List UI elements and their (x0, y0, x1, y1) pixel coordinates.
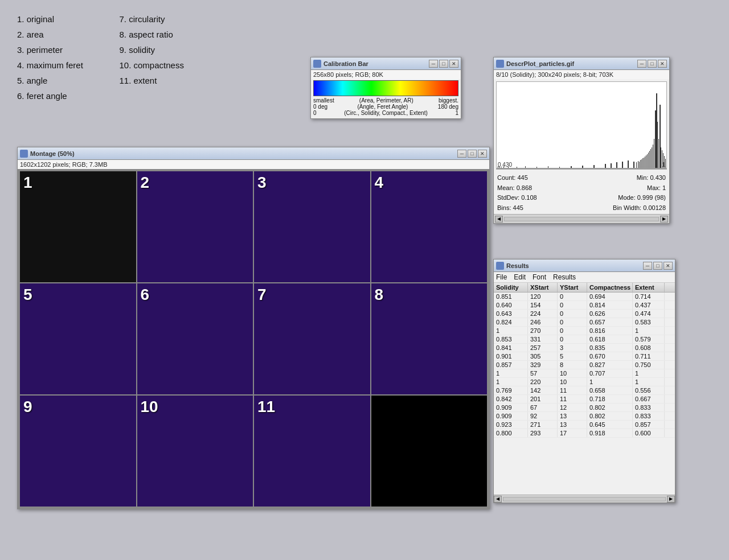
svg-rect-8 (536, 167, 537, 168)
svg-rect-15 (611, 163, 612, 168)
hscroll-right[interactable]: ▶ (667, 496, 675, 503)
descrplot-scrollbar[interactable]: ◀ ▶ (494, 214, 669, 223)
cell-canvas-9 (20, 396, 136, 507)
cell-num-7: 7 (257, 286, 267, 304)
stats-row-1: Count: 445 Min: 0.430 (497, 173, 666, 183)
menu-file[interactable]: File (496, 273, 507, 281)
table-cell: 0.718 (587, 395, 633, 403)
cell-canvas-2 (137, 171, 253, 282)
table-cell: 0 (558, 327, 587, 335)
table-row: 0.85333100.6180.579 (494, 335, 675, 344)
calib-area-peri: (Area, Perimeter, AR) (359, 97, 413, 104)
hscroll-track[interactable] (503, 497, 666, 501)
montage-cell-6: 6 (137, 283, 253, 394)
table-cell: 0.841 (494, 344, 528, 352)
table-cell: 12 (558, 403, 587, 411)
results-minimize[interactable]: ─ (643, 262, 652, 270)
table-cell: 0.802 (587, 412, 633, 420)
legend-col2: 7. circularity 8. aspect ratio 9. solidi… (120, 11, 184, 88)
table-row: 0.90992130.8020.833 (494, 412, 675, 421)
table-cell: 1 (494, 327, 528, 335)
cell-num-3: 3 (257, 174, 267, 192)
cell-canvas-8 (371, 283, 488, 394)
calib-rainbow (313, 80, 458, 96)
results-window: Results ─ □ ✕ File Edit Font Results Sol… (493, 259, 675, 503)
montage-cell-4: 4 (371, 171, 488, 282)
calib-titlebar[interactable]: Calibration Bar ─ □ ✕ (311, 57, 461, 70)
table-cell: 1 (494, 378, 528, 386)
descrplot-minimize[interactable]: ─ (637, 60, 646, 68)
table-cell: 224 (528, 310, 558, 318)
table-row: 0.82424600.6570.583 (494, 318, 675, 327)
calib-close[interactable]: ✕ (449, 60, 458, 68)
stat-max: Max: 1 (647, 183, 666, 193)
svg-rect-20 (636, 162, 637, 168)
cell-num-1: 1 (23, 174, 32, 192)
menu-edit[interactable]: Edit (514, 273, 526, 281)
calib-labels-row3: 0 (Circ., Solidity, Compact., Extent) 1 (311, 110, 461, 118)
calib-angle-feret: (Angle, Feret Angle) (357, 104, 408, 110)
results-titlebar[interactable]: Results ─ □ ✕ (494, 260, 675, 272)
svg-rect-9 (548, 166, 548, 168)
hscroll-left[interactable]: ◀ (494, 496, 502, 503)
table-row: 0.84125730.8350.608 (494, 344, 675, 352)
calib-controls[interactable]: ─ □ ✕ (429, 60, 458, 68)
table-cell: 3 (558, 344, 587, 352)
scroll-right-btn[interactable]: ▶ (660, 216, 668, 223)
calib-maximize[interactable]: □ (439, 60, 448, 68)
stat-mean: Mean: 0.868 (497, 183, 532, 193)
cell-num-11: 11 (257, 398, 275, 416)
descrplot-close[interactable]: ✕ (658, 60, 667, 68)
svg-rect-30 (648, 153, 649, 168)
table-cell: 0.842 (494, 395, 528, 403)
svg-rect-6 (517, 167, 517, 168)
table-cell: 0.750 (633, 361, 665, 369)
calib-180deg: 180 deg (438, 104, 458, 110)
cell-num-6: 6 (141, 286, 150, 304)
legend-item-1: 1. original (17, 11, 83, 27)
table-cell: 13 (558, 412, 587, 420)
results-maximize[interactable]: □ (653, 262, 662, 270)
table-row: 0.85732980.8270.750 (494, 361, 675, 369)
calib-minimize[interactable]: ─ (429, 60, 438, 68)
menu-results[interactable]: Results (553, 273, 576, 281)
stat-binwidth: Bin Width: 0.00128 (613, 203, 666, 213)
results-hscrollbar[interactable]: ◀ ▶ (494, 495, 675, 503)
montage-cell-8: 8 (371, 283, 488, 394)
table-cell: 0.827 (587, 361, 633, 369)
table-row: 12201011 (494, 378, 675, 386)
scroll-track[interactable] (504, 217, 659, 221)
table-cell: 0.643 (494, 310, 528, 318)
table-cell: 5 (558, 352, 587, 360)
descrplot-titlebar[interactable]: DescrPlot_particles.gif ─ □ ✕ (494, 57, 669, 70)
montage-titlebar[interactable]: Montage (50%) ─ □ ✕ (18, 147, 489, 160)
cell-canvas-6 (137, 283, 253, 394)
svg-rect-25 (642, 158, 643, 168)
montage-title: Montage (50%) (30, 150, 457, 157)
table-cell: 0.707 (587, 369, 633, 377)
menu-font[interactable]: Font (533, 273, 546, 281)
results-close[interactable]: ✕ (664, 262, 673, 270)
calib-info: 256x80 pixels; RGB; 80K (311, 70, 461, 79)
table-cell: 13 (558, 421, 587, 429)
montage-minimize[interactable]: ─ (457, 150, 466, 158)
svg-rect-41 (661, 147, 661, 168)
montage-maximize[interactable]: □ (468, 150, 477, 158)
descrplot-controls[interactable]: ─ □ ✕ (637, 60, 667, 68)
table-cell: 331 (528, 335, 558, 343)
legend-item-5: 5. angle (17, 73, 83, 88)
svg-rect-31 (649, 151, 650, 168)
scroll-left-btn[interactable]: ◀ (495, 216, 503, 223)
descrplot-maximize[interactable]: □ (648, 60, 657, 68)
table-cell: 0.618 (587, 335, 633, 343)
svg-rect-29 (647, 154, 648, 168)
table-cell: 0.474 (633, 310, 665, 318)
svg-rect-21 (638, 161, 638, 168)
results-table-body[interactable]: 0.85112000.6940.7140.64015400.8140.4370.… (494, 293, 675, 495)
results-controls[interactable]: ─ □ ✕ (643, 262, 673, 270)
montage-controls[interactable]: ─ □ ✕ (457, 150, 487, 158)
table-cell: 0.857 (633, 421, 665, 429)
table-cell: 1 (633, 378, 665, 386)
table-cell: 0.657 (587, 318, 633, 326)
montage-close[interactable]: ✕ (478, 150, 487, 158)
